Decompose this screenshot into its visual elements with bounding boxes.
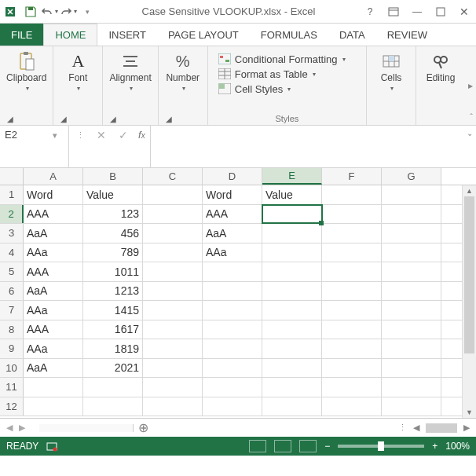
vertical-scrollbar[interactable]: ▲ ▼ [462,185,476,418]
tab-insert[interactable]: INSERT [97,24,156,46]
customize-qat-icon[interactable]: ▾ [79,3,96,20]
cell-B9[interactable]: 1819 [83,339,143,358]
cell-E7[interactable] [262,301,322,320]
row-header[interactable]: 5 [0,262,24,281]
format-as-table-button[interactable]: Format as Table▾ [218,68,357,80]
cell-D8[interactable] [203,320,262,339]
column-header-B[interactable]: B [83,168,143,185]
cell-G5[interactable] [382,262,441,281]
select-all-button[interactable] [0,168,24,185]
cell-C9[interactable] [143,339,203,358]
row-header[interactable]: 9 [0,339,24,358]
cell-C1[interactable] [143,185,203,204]
cell-A3[interactable]: AaA [24,224,83,243]
column-header-A[interactable]: A [24,168,83,185]
conditional-formatting-button[interactable]: Conditional Formatting▾ [218,53,357,65]
font-launcher[interactable]: ◢ [58,112,69,123]
cell-G9[interactable] [382,339,441,358]
cell-C6[interactable] [143,282,203,301]
cell-E10[interactable] [262,359,322,378]
alignment-launcher[interactable]: ◢ [108,112,119,123]
cell-B12[interactable] [83,397,143,416]
cell-G4[interactable] [382,243,441,262]
zoom-slider[interactable] [338,445,424,448]
tab-review[interactable]: REVIEW [376,24,438,46]
cell-F10[interactable] [322,359,382,378]
cell-E11[interactable] [262,378,322,397]
cell-E4[interactable] [262,243,322,262]
tab-formulas[interactable]: FORMULAS [250,24,328,46]
cell-A2[interactable]: AAA [24,205,83,224]
page-break-view-icon[interactable] [299,440,317,452]
cell-B2[interactable]: 123 [83,205,143,224]
clipboard-launcher[interactable]: ◢ [5,112,16,123]
cell-G8[interactable] [382,320,441,339]
paste-button[interactable]: Clipboard ▾ [5,49,48,93]
minimize-button[interactable]: — [405,1,429,23]
cell-G12[interactable] [382,397,441,416]
cell-D2[interactable]: AAA [203,205,262,224]
cancel-icon[interactable]: ✕ [94,129,108,141]
cell-B4[interactable]: 789 [83,243,143,262]
cell-G11[interactable] [382,378,441,397]
maximize-button[interactable] [429,1,452,23]
number-launcher[interactable]: ◢ [163,112,174,123]
cell-G2[interactable] [382,205,441,224]
cell-F9[interactable] [322,339,382,358]
cell-A5[interactable]: AAA [24,262,83,281]
cell-A12[interactable] [24,397,83,416]
cell-F1[interactable] [322,185,382,204]
name-box-dropdown-icon[interactable]: ▾ [49,129,61,141]
functions-dropdown-icon[interactable]: ⋮ [74,129,86,141]
cell-C12[interactable] [143,397,203,416]
cell-F3[interactable] [322,224,382,243]
cell-E8[interactable] [262,320,322,339]
cell-B3[interactable]: 456 [83,224,143,243]
scroll-down-icon[interactable]: ▼ [463,408,476,416]
cell-styles-button[interactable]: Cell Styles▾ [218,82,357,95]
column-header-G[interactable]: G [382,168,441,185]
cell-C5[interactable] [143,262,203,281]
row-header[interactable]: 4 [0,243,24,262]
cell-C4[interactable] [143,243,203,262]
column-header-F[interactable]: F [322,168,382,185]
cell-F5[interactable] [322,262,382,281]
macro-record-icon[interactable] [46,441,57,452]
normal-view-icon[interactable] [249,440,266,452]
excel-app-icon[interactable] [3,3,20,20]
cell-C2[interactable] [143,205,203,224]
row-header[interactable]: 12 [0,397,24,416]
cell-B5[interactable]: 1011 [83,262,143,281]
alignment-button[interactable]: Alignment ▾ [108,49,152,93]
cell-D7[interactable] [203,301,262,320]
cell-F6[interactable] [322,282,382,301]
cell-G6[interactable] [382,282,441,301]
cell-B10[interactable]: 2021 [83,359,143,378]
zoom-in-button[interactable]: + [432,441,438,452]
tab-file[interactable]: FILE [0,24,43,46]
number-button[interactable]: % Number ▾ [163,49,203,93]
cell-E9[interactable] [262,339,322,358]
cell-B8[interactable]: 1617 [83,320,143,339]
cell-A4[interactable]: AAa [24,243,83,262]
sheet-next-icon[interactable]: ▶ [19,423,25,433]
cell-C8[interactable] [143,320,203,339]
cell-C11[interactable] [143,378,203,397]
column-header-E[interactable]: E [262,168,322,185]
row-header[interactable]: 6 [0,282,24,301]
zoom-knob[interactable] [378,441,384,451]
zoom-out-button[interactable]: − [324,441,330,452]
cell-A10[interactable]: AaA [24,359,83,378]
cell-E6[interactable] [262,282,322,301]
cell-C3[interactable] [143,224,203,243]
cell-F4[interactable] [322,243,382,262]
cell-D5[interactable] [203,262,262,281]
cell-D6[interactable] [203,282,262,301]
scroll-left-icon[interactable]: ◀ [413,423,419,433]
row-header[interactable]: 2 [0,205,24,224]
row-header[interactable]: 1 [0,185,24,204]
cell-D12[interactable] [203,397,262,416]
zoom-level[interactable]: 100% [445,441,470,452]
cell-D3[interactable]: AaA [203,224,262,243]
formula-input[interactable]: ⌄ [151,126,476,167]
